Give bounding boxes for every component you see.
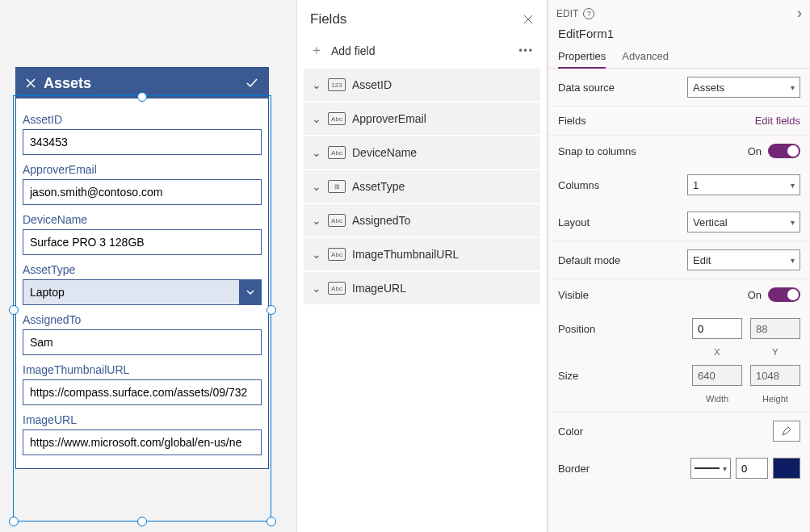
border-style-dropdown[interactable]: ▾ bbox=[690, 458, 731, 479]
fields-panel-close-icon[interactable] bbox=[523, 14, 534, 25]
resize-handle-se[interactable] bbox=[267, 517, 276, 526]
help-icon[interactable]: ? bbox=[583, 8, 594, 19]
prop-label: Columns bbox=[558, 179, 687, 191]
tab-advanced[interactable]: Advanced bbox=[622, 45, 669, 68]
input-device-name[interactable] bbox=[23, 229, 262, 255]
prop-default-mode: Default mode Edit ▾ bbox=[548, 241, 810, 279]
color-picker[interactable] bbox=[773, 421, 800, 442]
resize-handle-w[interactable] bbox=[9, 305, 19, 315]
add-field-row[interactable]: ＋ Add field ••• bbox=[297, 36, 547, 69]
field-item-assetid[interactable]: ⌄ 123 AssetID bbox=[304, 69, 540, 101]
prop-label: Size bbox=[558, 370, 692, 382]
resize-handle-n[interactable] bbox=[137, 92, 147, 102]
position-sublabels: X Y bbox=[548, 347, 810, 365]
collapse-arrow-icon[interactable]: › bbox=[797, 5, 802, 22]
prop-fields: Fields Edit fields bbox=[548, 107, 810, 136]
default-mode-dropdown[interactable]: Edit ▾ bbox=[687, 249, 800, 270]
label-image-url: ImageURL bbox=[23, 413, 262, 426]
chevron-down-icon: ⌄ bbox=[310, 112, 323, 125]
edit-form[interactable]: Assets AssetID ApproverEmail DeviceName … bbox=[15, 67, 269, 469]
data-source-dropdown[interactable]: Assets ▾ bbox=[687, 77, 800, 98]
prop-data-source: Data source Assets ▾ bbox=[548, 69, 810, 107]
snap-toggle[interactable] bbox=[768, 144, 800, 158]
height-sublabel: Height bbox=[750, 394, 800, 404]
prop-body: Data source Assets ▾ Fields Edit fields … bbox=[548, 69, 810, 487]
choice-type-icon: ⊞ bbox=[328, 180, 346, 193]
more-icon[interactable]: ••• bbox=[518, 45, 534, 57]
chevron-down-icon: ⌄ bbox=[310, 214, 323, 227]
label-thumb-url: ImageThumbnailURL bbox=[23, 363, 262, 376]
resize-handle-sw[interactable] bbox=[9, 517, 19, 526]
prop-size: Size bbox=[548, 365, 810, 394]
close-icon[interactable] bbox=[24, 77, 37, 90]
width-sublabel: Width bbox=[692, 394, 742, 404]
asset-type-dropdown-button[interactable] bbox=[239, 279, 262, 305]
field-asset-id: AssetID bbox=[23, 113, 262, 155]
label-asset-type: AssetType bbox=[23, 263, 262, 276]
field-item-devicename[interactable]: ⌄ Abc DeviceName bbox=[304, 136, 540, 169]
input-approver-email[interactable] bbox=[23, 179, 262, 205]
prop-tabs: Properties Advanced bbox=[548, 45, 810, 69]
field-list: ⌄ 123 AssetID ⌄ Abc ApproverEmail ⌄ Abc … bbox=[297, 69, 547, 304]
fields-panel-header: Fields bbox=[297, 0, 547, 36]
field-item-assettype[interactable]: ⌄ ⊞ AssetType bbox=[304, 170, 540, 203]
field-item-assignedto[interactable]: ⌄ Abc AssignedTo bbox=[304, 204, 540, 237]
field-item-label: DeviceName bbox=[352, 146, 417, 159]
properties-panel: EDIT ? › EditForm1 Properties Advanced D… bbox=[548, 0, 810, 532]
form-title: Assets bbox=[44, 75, 244, 92]
chevron-down-icon: ▾ bbox=[791, 83, 795, 92]
prop-label: Default mode bbox=[558, 254, 687, 266]
fields-panel: Fields ＋ Add field ••• ⌄ 123 AssetID ⌄ A… bbox=[296, 0, 548, 532]
plus-icon: ＋ bbox=[310, 42, 323, 59]
edit-fields-link[interactable]: Edit fields bbox=[755, 115, 800, 127]
add-field-label: Add field bbox=[331, 44, 518, 57]
input-thumb-url[interactable] bbox=[23, 379, 262, 405]
tab-properties[interactable]: Properties bbox=[558, 45, 606, 69]
input-asset-id[interactable] bbox=[23, 129, 262, 155]
prop-panel-top: EDIT ? › bbox=[548, 0, 810, 27]
layout-dropdown[interactable]: Vertical ▾ bbox=[687, 212, 800, 232]
columns-dropdown[interactable]: 1 ▾ bbox=[687, 174, 800, 195]
size-height-input[interactable] bbox=[750, 365, 800, 386]
border-color-picker[interactable] bbox=[773, 458, 800, 479]
number-type-icon: 123 bbox=[328, 78, 346, 91]
prop-position: Position bbox=[548, 310, 810, 347]
resize-handle-e[interactable] bbox=[267, 305, 276, 315]
prop-visible: Visible On bbox=[548, 279, 810, 310]
chevron-down-icon: ⌄ bbox=[310, 78, 323, 91]
field-device-name: DeviceName bbox=[23, 213, 262, 255]
field-item-imageurl[interactable]: ⌄ Abc ImageURL bbox=[304, 272, 540, 304]
input-asset-type[interactable] bbox=[23, 279, 239, 305]
size-width-input[interactable] bbox=[692, 365, 742, 386]
label-assigned-to: AssignedTo bbox=[23, 313, 262, 326]
edit-color-icon bbox=[781, 425, 792, 437]
chevron-down-icon: ▾ bbox=[723, 464, 727, 473]
prop-label: Visible bbox=[558, 289, 748, 301]
prop-layout: Layout Vertical ▾ bbox=[548, 203, 810, 241]
text-type-icon: Abc bbox=[328, 214, 346, 227]
input-image-url[interactable] bbox=[23, 429, 262, 455]
input-assigned-to[interactable] bbox=[23, 329, 262, 355]
field-item-thumburl[interactable]: ⌄ Abc ImageThumbnailURL bbox=[304, 238, 540, 270]
border-width-input[interactable] bbox=[736, 458, 768, 479]
selected-control-name: EditForm1 bbox=[548, 27, 810, 45]
field-assigned-to: AssignedTo bbox=[23, 313, 262, 355]
field-item-label: ImageURL bbox=[352, 282, 406, 295]
position-x-input[interactable] bbox=[692, 318, 742, 339]
field-item-approveremail[interactable]: ⌄ Abc ApproverEmail bbox=[304, 103, 540, 135]
toggle-text: On bbox=[748, 145, 762, 157]
prop-label: Fields bbox=[558, 115, 755, 127]
canvas-area: Assets AssetID ApproverEmail DeviceName … bbox=[0, 0, 296, 532]
size-sublabels: Width Height bbox=[548, 394, 810, 413]
submit-check-icon[interactable] bbox=[244, 75, 260, 91]
visible-toggle[interactable] bbox=[768, 287, 800, 302]
y-sublabel: Y bbox=[750, 347, 800, 357]
chevron-down-icon: ▾ bbox=[791, 256, 795, 265]
text-type-icon: Abc bbox=[328, 146, 346, 159]
field-item-label: ApproverEmail bbox=[352, 112, 426, 125]
resize-handle-s[interactable] bbox=[137, 517, 147, 526]
chevron-down-icon: ⌄ bbox=[310, 282, 323, 295]
prop-label: Data source bbox=[558, 82, 687, 94]
prop-border: Border ▾ bbox=[548, 450, 810, 487]
position-y-input[interactable] bbox=[750, 318, 800, 339]
